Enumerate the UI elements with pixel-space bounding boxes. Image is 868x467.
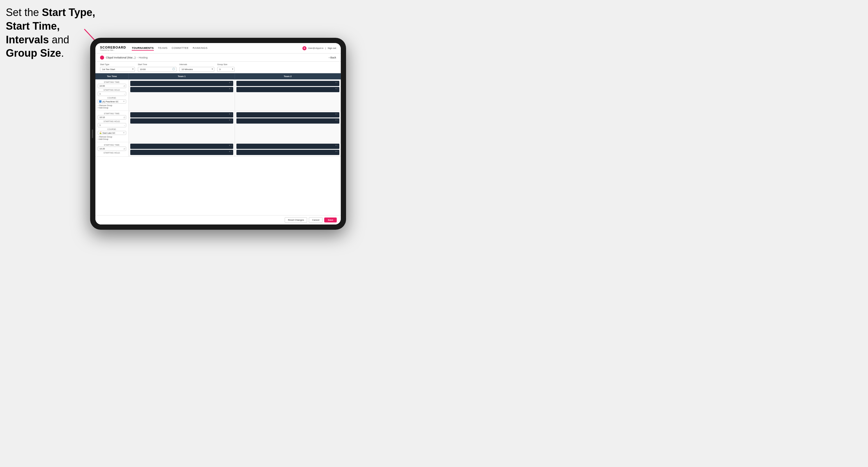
player-remove-3-1[interactable]: ✕ ○ [229,113,232,115]
team2-panel-1: ✕ ○ ✕ ○ [235,80,341,111]
group-size-label: Group Size [217,63,235,65]
left-actions-2: ○ Remove Group + Add Group [98,136,126,140]
sign-out-link[interactable]: Sign out [328,47,336,50]
nav-tab-rankings[interactable]: RANKINGS [193,46,208,51]
group-size-select[interactable]: 3 2 4 [217,67,235,72]
start-type-select[interactable]: 1st Tee Start Shotgun Start [100,67,135,72]
course-label-2: COURSE: [98,128,126,130]
nav-tab-committee[interactable]: COMMITTEE [172,46,189,51]
player-row-6-2: ✕ ○ [237,150,340,155]
player-remove-6-2[interactable]: ✕ ○ [335,150,338,152]
starting-time-input-wrapper-2: ⏱ [98,115,126,120]
group-row-2: STARTING TIME: ⏱ STARTING HOLE: ⌄ COURSE… [95,111,341,142]
back-button[interactable]: ‹ Back [329,56,336,59]
team2-panel-2: ✕ ○ ✕ ○ [235,111,341,142]
group-size-wrapper: 3 2 4 [217,66,235,72]
course-name-2: East Lake GC [103,132,116,134]
table-header: Tee Time Team 1 Team 2 [95,73,341,80]
team1-panel-1: ✕ ○ ✕ ○ [129,80,235,111]
start-time-field: Start Time 🕙 [138,63,177,72]
starting-time-label-1: STARTING TIME: [98,81,126,83]
intervals-select[interactable]: 10 Minutes 8 Minutes 12 Minutes [179,67,214,72]
instruction-text: Set the Start Type, Start Time, Interval… [6,6,96,60]
save-button[interactable]: Save [324,218,337,222]
starting-time-input-wrapper-3: ⏱ [98,147,126,151]
course-remove-1[interactable]: ✕ [123,100,125,103]
player-remove-5-2[interactable]: ✕ ○ [229,150,232,152]
player-remove-1-1[interactable]: ✕ ○ [229,82,232,84]
player-remove-4-2[interactable]: ✕ ○ [335,119,338,121]
chevron-icon-2: ⌄ [124,124,125,126]
reset-changes-button[interactable]: Reset Changes [285,217,307,223]
nav-user: B blair@clippd.io | Sign out [303,46,336,50]
instruction-line3-normal: and [49,34,69,45]
starting-hole-label-3: STARTING HOLE: [98,152,126,154]
starting-time-label-3: STARTING TIME: [98,144,126,146]
team2-panel-3: ✕ ○ ✕ ○ [235,142,341,156]
starting-time-input-1[interactable] [98,84,126,88]
clock-icon: 🕙 [172,68,175,70]
breadcrumb-separator: › [137,56,137,59]
instruction-line3-bold: Intervals [6,34,49,45]
clock-icon-3: ⏱ [123,148,125,150]
team1-panel-2: ✕ ○ ✕ ○ [129,111,235,142]
player-row-5-2: ✕ ○ [130,150,233,155]
remove-group-btn-2[interactable]: ○ Remove Group [98,136,126,138]
player-row-5-1: ✕ ○ [130,144,233,149]
tablet-side-button [92,129,93,138]
tablet-screen: SCOREBOARD Powered by clipp... TOURNAMEN… [95,43,341,224]
player-remove-4-1[interactable]: ✕ ○ [335,113,338,115]
start-type-label: Start Type [100,63,135,65]
remove-group-btn-1[interactable]: ○ Remove Group [98,104,126,106]
starting-time-input-3[interactable] [98,147,126,151]
nav-tab-teams[interactable]: TEAMS [158,46,168,51]
clock-icon-1: ⏱ [123,85,125,87]
start-type-field: Start Type 1st Tee Start Shotgun Start [100,63,135,72]
player-remove-2-1[interactable]: ✕ ○ [335,82,338,84]
nav-tab-tournaments[interactable]: TOURNAMENTS [132,46,154,51]
user-avatar: B [303,46,307,50]
course-badge-1: (A) Peachtree GC ✕ [98,99,126,103]
left-actions-1: ○ Remove Group + Add Group [98,104,126,109]
starting-hole-input-2[interactable] [98,123,126,127]
starting-time-input-wrapper-1: ⏱ [98,84,126,88]
start-time-wrapper: 🕙 [138,66,177,72]
player-remove-1-2[interactable]: ✕ ○ [229,88,232,90]
player-row-2-2: ✕ ○ [237,87,340,92]
start-time-input[interactable] [138,67,177,72]
player-remove-3-2[interactable]: ✕ ○ [229,119,232,121]
starting-hole-label-2: STARTING HOLE: [98,120,126,122]
starting-hole-input-1[interactable] [98,92,126,96]
starting-time-label-2: STARTING TIME: [98,113,126,115]
instruction-line1-bold: Start Type, [42,6,95,18]
logo-area: SCOREBOARD Powered by clipp... [100,45,126,51]
player-row-2-1: ✕ ○ [237,81,340,86]
add-group-btn-2[interactable]: + Add Group [98,138,126,140]
breadcrumb-tournament[interactable]: Clippd Invitational (Mar...) [106,56,135,59]
course-label-1: COURSE: [98,97,126,99]
player-row-1-2: ✕ ○ [130,87,233,92]
player-remove-5-1[interactable]: ✕ ○ [229,144,232,146]
intervals-field: Intervals 10 Minutes 8 Minutes 12 Minute… [179,63,214,72]
chevron-icon-1: ⌄ [124,93,125,95]
th-tee-time: Tee Time [95,73,129,80]
intervals-label: Intervals [179,63,214,65]
nav-separator: | [326,47,326,50]
left-panel-1: STARTING TIME: ⏱ STARTING HOLE: ⌄ COURSE… [95,80,129,111]
player-remove-2-2[interactable]: ✕ ○ [335,88,338,90]
player-remove-6-1[interactable]: ✕ ○ [335,144,338,146]
group-row-3: STARTING TIME: ⏱ STARTING HOLE: ✕ ○ ✕ ○ [95,142,341,157]
add-group-btn-1[interactable]: + Add Group [98,107,126,109]
course-remove-2[interactable]: ✕ [123,132,125,134]
group-row-1: STARTING TIME: ⏱ STARTING HOLE: ⌄ COURSE… [95,80,341,111]
main-content: Tee Time Team 1 Team 2 STARTING TIME: ⏱ … [95,73,341,215]
start-time-label: Start Time [138,63,177,65]
left-panel-3: STARTING TIME: ⏱ STARTING HOLE: [95,142,129,156]
cancel-button[interactable]: Cancel [309,217,322,223]
starting-time-input-2[interactable] [98,115,126,120]
breadcrumb-logo-icon [100,56,104,60]
instruction-line4-bold: Group Size [6,47,61,59]
nav-bar: SCOREBOARD Powered by clipp... TOURNAMEN… [95,43,341,54]
instruction-line2-bold: Start Time, [6,20,60,32]
course-name-1: (A) Peachtree GC [102,101,119,103]
